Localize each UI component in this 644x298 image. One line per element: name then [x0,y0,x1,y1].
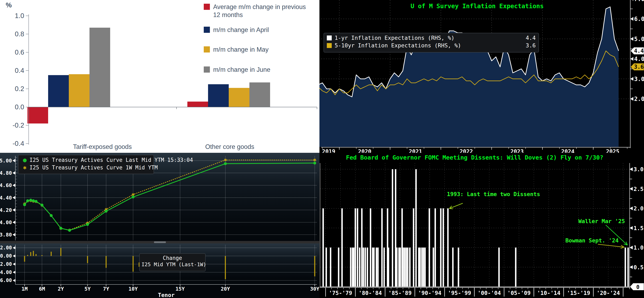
circle-marker [313,162,316,165]
x-tick-label: 7Y [103,286,109,292]
y-tick-arrow [630,0,633,1]
annotation-bowman: Bowman Sept. '24 [565,237,618,244]
circle-marker [32,199,35,202]
legend-label: I25 US Treasury Actives Curve Last Mid Y… [30,157,193,163]
umich-inflation-chart: 7.06.05.04.03.02.04.43.62019202020212022… [320,0,644,153]
dissent-bar [406,248,407,287]
dissent-bar [350,248,352,287]
last-value-text: 3.6 [634,64,644,70]
y-tick-label: 2.00 [0,245,12,251]
x-tick-label: '75-'79 [329,290,352,296]
treasury-curve-chart: 5.004.804.604.404.204.003.802.000.00-2.0… [0,153,320,298]
y-tick-label: 5.00 [0,158,12,164]
legend-label: m/m change in May [213,46,312,54]
x-tick-label: 2020 [358,148,371,153]
x-tick-label: '00-'04 [478,290,501,296]
x-tick-label: 2Y [58,286,64,292]
legend-label: 5-10yr Inflation Expectations (RHS, %) [334,42,461,49]
annotation-arrow [449,203,463,209]
chart-title: U of M Survey Inflation Expectations [410,3,544,10]
y-tick-label: -4.00 [0,269,12,275]
change-bar [225,256,226,279]
dashed-square-icon [139,262,140,267]
circle-marker [34,200,38,203]
y-tick-arrow [13,271,15,274]
y-tick-label: 2.5 [634,186,644,192]
bar-1-0 [48,75,69,107]
dissent-bar [330,248,331,287]
star-marker [224,159,227,162]
y-tick-arrow [12,171,15,175]
legend-swatch-gray [204,66,210,73]
dissent-bar [388,248,389,287]
legend-swatch-red [204,4,210,10]
y-tick-label: 1.0 [634,244,644,251]
legend-swatch-navy [204,27,210,33]
zero-badge-text: 0 [636,284,640,290]
legend-item: ● I25 US Treasury Actives Curve Last Mid… [18,156,154,164]
x-tick-label: '05-'09 [508,290,531,296]
x-tick-label: 6M [39,286,45,292]
change-legend-box: Change I25 Mid YTM (Last-1W) [139,253,206,271]
panel-splitter-handle[interactable] [154,241,166,243]
dissent-bar [395,169,396,287]
y-tick-label: 4.40 [0,195,12,201]
x-tick-label: '20-'24 [596,290,620,296]
category-label-other-core-goods: Other core goods [205,143,254,151]
legend-swatch-yellow [327,43,332,48]
bar-0-1 [187,101,208,107]
change-bar [132,256,134,272]
legend-label: I25 US Treasury Actives Curve 1W Mid YTM [30,165,158,171]
dissent-bar [326,248,327,287]
dissent-bar [383,248,385,287]
dissent-bar [359,248,360,287]
dissent-bar [341,208,343,287]
x-tick-label: 1M [22,286,28,292]
circle-marker [132,196,134,199]
y-tick-label: 0.0 [15,103,24,111]
circle-marker [68,229,71,232]
star-marker-icon: ✱ [21,164,28,171]
circle-marker [26,199,29,202]
y-tick-label: 4.60 [0,182,12,188]
dissent-bar [419,248,421,287]
dissent-bar [322,208,324,287]
legend-box: ● I25 US Treasury Actives Curve Last Mid… [18,155,154,174]
legend-box: 1-yr Inflation Expectations (RHS, %) 4.4… [324,33,539,53]
circle-marker [50,214,53,217]
panel-fomc-dissents-chart: '75-'79'80-'84'85-'89'90-'94'95-'99'00-'… [320,153,644,298]
panel-umich-inflation-chart: 7.06.05.04.03.02.04.43.62019202020212022… [320,0,644,153]
x-tick-label: 15Y [176,286,185,292]
dissent-bar [402,248,404,287]
y-tick-arrow [630,265,633,269]
annotation-waller: Waller Mar '25 [578,218,625,224]
fomc-dissents-chart: '75-'79'80-'84'85-'89'90-'94'95-'99'00-'… [320,153,644,298]
dissent-bar [407,248,408,287]
last-value-text: 4.4 [634,48,644,54]
dissent-bar [364,248,366,287]
x-tick-label: '80-'84 [358,290,382,296]
legend-item: 5-10yr Inflation Expectations (RHS, %) 3… [324,42,538,49]
change-bar [314,256,315,276]
x-tick-label: 2023 [510,148,524,153]
dissent-bar [373,248,375,287]
y-tick-label: 0.8 [15,30,24,38]
dissent-bar [498,248,500,287]
annotation-1993-dissents: 1993: Last time two Dissents [447,191,540,197]
y-tick-arrow [630,187,633,191]
y-tick-arrow [630,77,633,81]
dissent-bar [367,248,368,287]
dissent-bar [413,208,414,287]
dissent-bar [415,169,417,287]
circle-marker [105,210,108,213]
change-bar [50,252,52,256]
legend-label: Average m/m change in previous 12 months [213,3,312,19]
dissent-bar [352,248,353,287]
y-tick-label: 2.0 [634,205,644,212]
bar-2-0 [69,74,90,107]
legend-swatch-white [327,36,332,40]
y-tick-arrow [630,57,633,61]
change-bar [33,251,34,256]
y-tick-arrow [13,254,15,257]
dissent-bar [447,208,449,287]
